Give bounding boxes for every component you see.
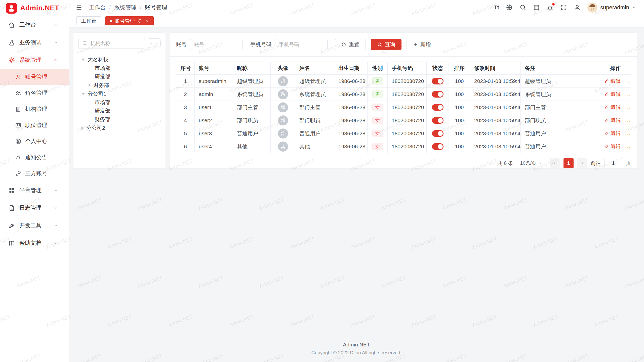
users-icon [15, 90, 21, 96]
org-more-button[interactable]: ··· [148, 38, 160, 48]
app-logo[interactable]: Admin.NET [0, 0, 69, 16]
sidebar-item-label: 工作台 [19, 21, 36, 29]
search-button[interactable]: 查询 [371, 39, 401, 50]
column-header[interactable]: 修改时间 [470, 62, 521, 75]
reset-button[interactable]: 重置 [335, 39, 366, 50]
globe-icon[interactable] [506, 4, 513, 11]
tree-node[interactable]: 市场部 [78, 64, 160, 72]
sidebar-item-platform-mgmt[interactable]: 平台管理 [0, 182, 69, 199]
column-header[interactable]: 手机号码 [388, 62, 427, 75]
sidebar-item-workbench[interactable]: 工作台 [0, 16, 69, 34]
column-header[interactable]: 状态 [427, 62, 449, 75]
tree-node[interactable]: 分公司1 [78, 89, 160, 98]
breadcrumb-item[interactable]: 工作台 [89, 4, 106, 11]
close-tab-icon[interactable] [144, 19, 149, 23]
edit-button[interactable]: 编辑 [604, 143, 621, 150]
more-actions-button[interactable]: ··· [625, 79, 631, 84]
status-toggle[interactable] [432, 117, 444, 124]
bell-icon[interactable] [547, 4, 553, 11]
next-page-button[interactable] [577, 158, 587, 168]
sidebar-subitem-profile-center[interactable]: 个人中心 [0, 133, 69, 149]
edit-button[interactable]: 编辑 [604, 78, 621, 84]
collapse-menu-icon[interactable] [75, 4, 83, 11]
column-header[interactable]: 昵称 [233, 62, 271, 75]
sidebar-item-business-test[interactable]: 业务测试 [0, 34, 69, 51]
tab-workbench[interactable]: 工作台 [76, 16, 101, 25]
column-header[interactable]: 性别 [368, 62, 388, 75]
sidebar-subitem-account-mgmt[interactable]: 账号管理 [0, 69, 69, 85]
sidebar-item-dev-tools[interactable]: 开发工具 [0, 217, 69, 234]
column-header[interactable]: 排序 [449, 62, 470, 75]
edit-button[interactable]: 编辑 [604, 104, 621, 111]
footer-title: Admin.NET [69, 342, 644, 348]
chevron-down-icon [53, 223, 58, 228]
cell-avatar: 其 [271, 140, 295, 153]
current-page[interactable]: 1 [564, 158, 574, 168]
column-header[interactable]: 头像 [271, 62, 295, 75]
sidebar-subitem-org-mgmt[interactable]: 机构管理 [0, 101, 69, 117]
user-menu[interactable]: superadmin [587, 3, 636, 13]
account-filter-input[interactable] [190, 39, 243, 50]
tree-node-label: 大名科技 [88, 56, 109, 63]
org-search [78, 38, 145, 49]
org-search-input[interactable] [78, 38, 145, 49]
sidebar-subitem-notice[interactable]: 通知公告 [0, 149, 69, 165]
edit-button[interactable]: 编辑 [604, 91, 621, 98]
chevron-down-icon [53, 188, 58, 193]
tree-node[interactable]: 财务部 [78, 115, 160, 124]
status-toggle[interactable] [432, 130, 444, 137]
fullscreen-icon[interactable] [560, 4, 567, 11]
edit-button[interactable]: 编辑 [604, 117, 621, 124]
more-actions-button[interactable]: ··· [625, 92, 631, 98]
breadcrumb-item[interactable]: 账号管理 [145, 4, 167, 11]
breadcrumb-item[interactable]: 系统管理 [114, 4, 136, 11]
sidebar-subitem-third-account[interactable]: 三方账号 [0, 165, 69, 182]
active-tab-dot [110, 20, 112, 22]
cell-birthdate: 1986-06-28 [334, 140, 368, 153]
tree-node[interactable]: 大名科技 [78, 55, 160, 64]
sidebar-item-log-mgmt[interactable]: 日志管理 [0, 199, 69, 217]
phone-filter-input[interactable] [275, 39, 328, 50]
tree-node[interactable]: 研发部 [78, 107, 160, 115]
status-toggle[interactable] [432, 104, 444, 111]
more-actions-button[interactable]: ··· [625, 105, 631, 111]
tree-node[interactable]: 市场部 [78, 98, 160, 107]
more-actions-button[interactable]: ··· [625, 144, 631, 150]
refresh-tab-icon[interactable] [137, 19, 142, 23]
tab-account-mgmt[interactable]: 账号管理 [105, 16, 154, 25]
column-header[interactable]: 序号 [176, 62, 195, 75]
status-toggle[interactable] [432, 143, 444, 150]
column-header[interactable]: 姓名 [295, 62, 334, 75]
more-actions-button[interactable]: ··· [625, 131, 631, 137]
cell-status [427, 114, 449, 127]
edit-button[interactable]: 编辑 [604, 130, 621, 137]
cell-avatar: 超 [271, 75, 295, 88]
user-icon[interactable] [574, 4, 581, 11]
more-actions-button[interactable]: ··· [625, 118, 631, 124]
tree-node[interactable]: 分公司2 [78, 124, 160, 132]
prev-page-button[interactable] [550, 158, 560, 168]
tree-node[interactable]: 财务部 [78, 81, 160, 89]
sidebar-subitem-label: 三方账号 [25, 170, 47, 177]
tree-node[interactable]: 研发部 [78, 72, 160, 81]
cell-index: 1 [176, 75, 195, 88]
column-header[interactable]: 出生日期 [334, 62, 368, 75]
sidebar-subitem-role-mgmt[interactable]: 角色管理 [0, 85, 69, 101]
sidebar-item-system-mgmt[interactable]: 系统管理 [0, 51, 69, 69]
top-header: 工作台/系统管理/账号管理 Tt superadmin [69, 0, 644, 15]
sidebar-subitem-position-mgmt[interactable]: 职位管理 [0, 117, 69, 133]
page-size-select[interactable]: 10条/页 [517, 158, 546, 168]
column-header[interactable]: 操作 [600, 62, 631, 75]
search-icon[interactable] [519, 4, 526, 11]
goto-page-input[interactable] [604, 158, 622, 168]
sidebar-item-help-docs[interactable]: 帮助文档 [0, 234, 69, 252]
column-header[interactable]: 备注 [521, 62, 600, 75]
status-toggle[interactable] [432, 91, 444, 98]
status-toggle[interactable] [432, 78, 444, 84]
table-header-row: 序号账号昵称头像姓名出生日期性别手机号码状态排序修改时间备注操作 [176, 62, 631, 75]
cell-phone: 18020030720 [388, 88, 427, 101]
add-button[interactable]: 新增 [407, 39, 437, 50]
column-header[interactable]: 账号 [195, 62, 233, 75]
font-size-icon[interactable]: Tt [494, 4, 499, 11]
layout-icon[interactable] [533, 4, 540, 11]
